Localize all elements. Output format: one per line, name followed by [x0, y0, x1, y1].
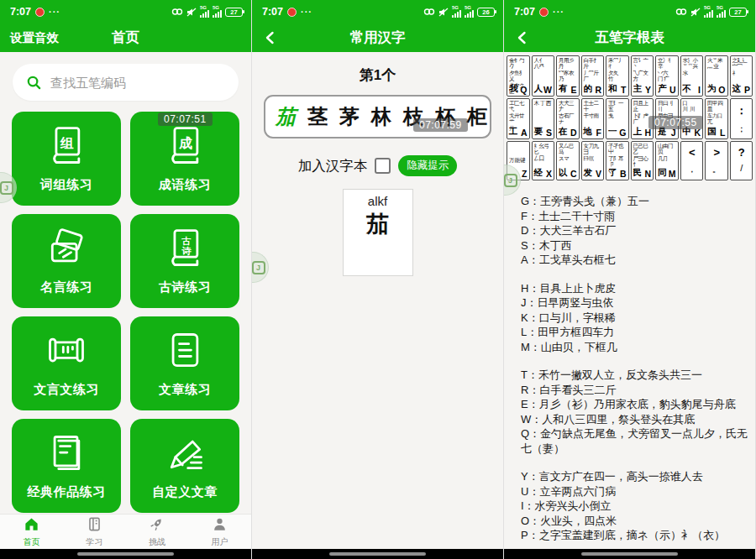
mnemonic-line: E：月彡（衫）乃用家衣底，豹头豹尾与舟底: [521, 397, 750, 412]
search-bar[interactable]: [13, 64, 239, 101]
add-to-book-checkbox[interactable]: [375, 158, 391, 174]
practice-character: 林: [371, 103, 391, 130]
link-icon: [423, 8, 435, 16]
practice-character: 柜: [467, 103, 487, 130]
book-icon: 组: [45, 124, 88, 171]
mnemonic-line: S：木丁西: [521, 238, 750, 253]
practice-tile[interactable]: 古诗 古诗练习: [130, 214, 239, 308]
practice-tile[interactable]: 组 词组练习: [12, 112, 121, 206]
gesture-bar[interactable]: [504, 549, 755, 559]
gesture-bar[interactable]: [0, 549, 251, 559]
gesture-bar[interactable]: [252, 549, 503, 559]
practice-tile[interactable]: 名言练习: [12, 214, 121, 308]
app-bar: 常用汉字: [252, 24, 503, 52]
mute-icon: [438, 8, 449, 17]
practice-tile[interactable]: 经典作品练习: [12, 419, 121, 513]
practice-tile[interactable]: 自定义文章: [130, 419, 239, 513]
rocket-icon: [149, 516, 165, 535]
signal-5g-icon: 5G: [213, 6, 222, 18]
book-icon: 古诗: [163, 227, 207, 274]
signal-5g-icon: 5G: [465, 6, 474, 18]
key-punct: >。: [705, 141, 728, 180]
back-icon[interactable]: [514, 29, 531, 46]
hint-card: alkf 茄: [343, 189, 413, 276]
app-bar: 五笔字根表: [504, 24, 755, 52]
key-D: 大犬三𠂇 古石厂 ナ 在D: [556, 98, 580, 139]
mnemonic-line: Y：言文方广在四一，高头一捺谁人去: [521, 469, 750, 484]
link-icon: [675, 8, 687, 16]
mnemonic-text: G：王旁青头戋（兼）五一F：土士二干十寸雨D：大犬三羊古石厂S：木丁西A：工戈草…: [504, 194, 755, 543]
recorder-icon: [539, 8, 549, 17]
more-dots-icon: ···: [49, 7, 60, 17]
nav-item[interactable]: 挑战: [126, 515, 189, 549]
mnemonic-line: O：火业头，四点米: [521, 514, 750, 529]
nav-item[interactable]: 学习: [63, 515, 126, 549]
mnemonic-line: F：土士二干十寸雨: [521, 209, 750, 224]
mnemonic-line: R：白手看头三二斤: [521, 383, 750, 398]
key-W: 人亻 八癶 人W: [532, 55, 555, 97]
svg-text:组: 组: [60, 136, 74, 150]
home-icon: [24, 516, 39, 535]
home-indicator: [581, 552, 678, 556]
key-X: 纟幺弓匕 𠃋口 经X: [532, 141, 555, 180]
nav-label: 用户: [212, 536, 228, 548]
screen-genbiao: 7:07 ··· 5G 5G 27 五笔字根表 金钅勹𠂊 夕鱼犭乂 儿夕ク匚 我…: [504, 0, 756, 559]
status-bar: 7:07 ··· 5G 5G 27: [0, 0, 251, 24]
doc-icon: [163, 329, 207, 376]
battery-icon: 26: [477, 8, 495, 17]
key-R: 白手扌斤 丿⺮斤 厂 的R: [581, 55, 605, 97]
sound-settings-button[interactable]: 设置音效: [10, 30, 59, 46]
mnemonic-line: D：大犬三羊古石厂: [521, 223, 750, 238]
practice-tile[interactable]: 文言文练习: [12, 316, 121, 410]
page-title: 五笔字根表: [504, 29, 755, 47]
practice-tile[interactable]: 文章练习: [130, 316, 239, 410]
pencil-icon: [163, 431, 207, 478]
practice-character: 茄: [276, 103, 296, 130]
mnemonic-line: M：山由贝，下框几: [521, 340, 750, 355]
key-punct: ?/: [730, 141, 753, 180]
practice-grid: 组 词组练习成 成语练习 名言练习古诗 古诗练习 文言文练习 文章练习 经典作品…: [12, 112, 239, 513]
mnemonic-line: J：日早两竖与虫依: [521, 295, 750, 311]
mnemonic-block: T：禾竹一撇双人立，反文条头共三一R：白手看头三二斤E：月彡（衫）乃用家衣底，豹…: [521, 368, 750, 456]
key-F: 土士二十 干寸雨 地F: [581, 98, 605, 139]
mnemonic-line: Q：金勺缺点无尾鱼，犬旁留叉一点儿夕，氏无七（妻）: [521, 426, 750, 456]
more-dots-icon: ···: [553, 7, 564, 17]
page-title: 常用汉字: [252, 29, 503, 47]
recording-timestamp: 07:07:55: [648, 116, 703, 129]
key-G: 王⺩一五 戋 一G: [606, 98, 629, 139]
book-icon: 成: [163, 124, 207, 171]
key-Y: 言讠亠丶 乁广文 方 主Y: [631, 55, 654, 97]
key-B: 子孑也屮 了阝耳卩 巜 了B: [606, 141, 629, 180]
signal-5g-icon: 5G: [704, 6, 713, 18]
key-C: 又厶巴马 スマ 以C: [556, 141, 580, 180]
status-time: 7:07: [262, 6, 283, 18]
key-L: 田甲四皿 车力口⺴ 国L: [705, 98, 728, 139]
user-icon: [212, 516, 228, 535]
battery-icon: 27: [225, 8, 243, 17]
key-A: 工匚七弋 戈廾廿艹 ⼶ 工A: [507, 98, 530, 139]
link-icon: [171, 8, 183, 16]
recorder-icon: [35, 8, 45, 17]
scroll-icon: [45, 329, 88, 376]
practice-character: 茅: [339, 103, 360, 130]
mnemonic-line: L：田甲方框四车力: [521, 325, 750, 340]
hide-hint-button[interactable]: 隐藏提示: [398, 155, 457, 176]
status-bar: 7:07 ··· 5G 5G 26: [252, 0, 503, 24]
key-E: 月用彡丹 ⺳豕衣 乃 有E: [556, 55, 580, 97]
nav-item[interactable]: 首页: [0, 515, 63, 549]
mnemonic-line: I：水旁兴头小倒立: [521, 499, 750, 514]
nav-item[interactable]: 用户: [188, 515, 251, 549]
wubi-code: alkf: [344, 194, 412, 208]
character-strip: 茄茎茅林枝杯柜板: [264, 95, 491, 138]
nav-label: 学习: [86, 536, 102, 548]
search-input[interactable]: [50, 76, 225, 90]
signal-5g-icon: 5G: [717, 6, 726, 18]
floating-assistive-ball[interactable]: J: [252, 252, 269, 283]
mnemonic-line: T：禾竹一撇双人立，反文条头共三一: [521, 368, 750, 383]
notebook-icon: [45, 431, 88, 478]
recording-timestamp: 07:07:51: [158, 112, 213, 126]
tile-label: 经典作品练习: [28, 484, 106, 500]
bottom-nav: 首页 学习 挑战 用户: [0, 514, 251, 549]
home-indicator: [77, 552, 174, 556]
back-icon[interactable]: [262, 29, 279, 46]
